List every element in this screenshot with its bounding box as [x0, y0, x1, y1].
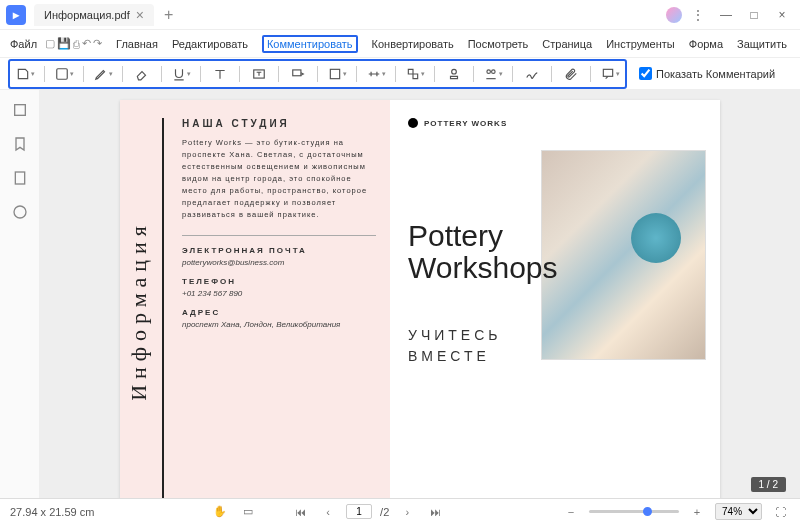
- menu-tab-7[interactable]: Форма: [683, 35, 729, 53]
- tab-close-icon[interactable]: ×: [136, 8, 144, 22]
- doc-studio-heading: НАША СТУДИЯ: [182, 118, 376, 129]
- new-tab-button[interactable]: +: [164, 6, 173, 24]
- brand-logo-icon: [408, 118, 418, 128]
- svg-rect-3: [330, 69, 339, 78]
- send-icon[interactable]: ✈: [795, 33, 800, 55]
- svg-rect-8: [14, 105, 25, 116]
- last-page-icon[interactable]: ⏭: [425, 502, 445, 522]
- zoom-select[interactable]: 74%: [715, 503, 762, 520]
- menu-tab-5[interactable]: Страница: [536, 35, 598, 53]
- doc-phone-label: ТЕЛЕФОН: [182, 277, 376, 286]
- thumbnails-icon[interactable]: [10, 100, 30, 120]
- svg-point-10: [14, 206, 26, 218]
- page-indicator: 1 / 2: [751, 477, 786, 492]
- zoom-in-icon[interactable]: +: [687, 502, 707, 522]
- doc-sub-title: УЧИТЕСЬВМЕСТЕ: [408, 325, 501, 367]
- note-tool-icon[interactable]: ▾: [12, 63, 38, 85]
- underline-tool-icon[interactable]: ▾: [168, 63, 194, 85]
- doc-photo: [541, 150, 706, 360]
- more-icon[interactable]: ⋮: [686, 3, 710, 27]
- comment-manage-icon[interactable]: ▾: [597, 63, 623, 85]
- menu-bar: Файл ▢ 💾 ⎙ ↶ ↷ ГлавнаяРедактироватьКомме…: [0, 30, 800, 58]
- stamp-manage-icon[interactable]: ▾: [480, 63, 506, 85]
- svg-rect-9: [15, 172, 24, 184]
- next-page-icon[interactable]: ›: [397, 502, 417, 522]
- prev-page-icon[interactable]: ‹: [318, 502, 338, 522]
- fit-width-icon[interactable]: ⛶: [770, 502, 790, 522]
- doc-vertical-title: Информация: [126, 220, 152, 401]
- doc-main-title: PotteryWorkshops: [408, 220, 558, 283]
- menu-tab-4[interactable]: Посмотреть: [462, 35, 535, 53]
- doc-email: potteryworks@business.com: [182, 258, 376, 267]
- stamp-tool-icon[interactable]: [441, 63, 467, 85]
- signature-tool-icon[interactable]: [519, 63, 545, 85]
- attachment-tool-icon[interactable]: [558, 63, 584, 85]
- tab-title: Информация.pdf: [44, 9, 130, 21]
- close-button[interactable]: ×: [770, 3, 794, 27]
- show-comment-checkbox[interactable]: [639, 67, 652, 80]
- menu-tab-1[interactable]: Редактировать: [166, 35, 254, 53]
- svg-point-5: [486, 69, 490, 73]
- zoom-slider[interactable]: [589, 510, 679, 513]
- doc-email-label: ЭЛЕКТРОННАЯ ПОЧТА: [182, 246, 376, 255]
- attachments-panel-icon[interactable]: [10, 168, 30, 188]
- file-menu[interactable]: Файл: [4, 36, 43, 52]
- open-icon[interactable]: ▢: [45, 33, 55, 55]
- hand-tool-icon[interactable]: ✋: [210, 502, 230, 522]
- comments-panel-icon[interactable]: [10, 202, 30, 222]
- undo-icon[interactable]: ↶: [82, 33, 91, 55]
- doc-studio-body: Pottery Works — это бутик-студия на прос…: [182, 137, 376, 221]
- svg-point-6: [491, 69, 495, 73]
- status-bar: 27.94 x 21.59 cm ✋ ▭ ⏮ ‹ /2 › ⏭ − + 74% …: [0, 498, 800, 524]
- pdf-page: Информация НАША СТУДИЯ Pottery Works — э…: [120, 100, 720, 498]
- highlight-tool-icon[interactable]: ▾: [51, 63, 77, 85]
- first-page-icon[interactable]: ⏮: [290, 502, 310, 522]
- menu-tab-2[interactable]: Комментировать: [256, 35, 364, 53]
- menu-tab-6[interactable]: Инструменты: [600, 35, 681, 53]
- minimize-button[interactable]: —: [714, 3, 738, 27]
- select-tool-icon[interactable]: ▭: [238, 502, 258, 522]
- comment-toolbar: ▾ ▾ ▾ ▾ ▾ ▾ ▾ ▾ ▾ Показать Комментарий: [0, 58, 800, 90]
- measure-tool-icon[interactable]: ▾: [363, 63, 389, 85]
- redo-icon[interactable]: ↷: [93, 33, 102, 55]
- app-icon: ▸: [6, 5, 26, 25]
- menu-tab-3[interactable]: Конвертировать: [366, 35, 460, 53]
- pencil-tool-icon[interactable]: ▾: [90, 63, 116, 85]
- page-dimensions: 27.94 x 21.59 cm: [10, 506, 94, 518]
- page-total: /2: [380, 506, 389, 518]
- print-icon[interactable]: ⎙: [73, 33, 80, 55]
- document-tab[interactable]: Информация.pdf ×: [34, 4, 154, 26]
- doc-addr-label: АДРЕС: [182, 308, 376, 317]
- doc-addr: проспект Хана, Лондон, Великобритания: [182, 320, 376, 329]
- textbox-tool-icon[interactable]: [246, 63, 272, 85]
- title-bar: ▸ Информация.pdf × + ⋮ — □ ×: [0, 0, 800, 30]
- eraser-tool-icon[interactable]: [129, 63, 155, 85]
- doc-phone: +01 234 567 890: [182, 289, 376, 298]
- theme-icon[interactable]: [666, 7, 682, 23]
- area-tool-icon[interactable]: ▾: [402, 63, 428, 85]
- left-sidebar: [0, 90, 40, 498]
- document-viewport[interactable]: Информация НАША СТУДИЯ Pottery Works — э…: [40, 90, 800, 498]
- menu-tab-0[interactable]: Главная: [110, 35, 164, 53]
- svg-rect-2: [293, 69, 301, 75]
- callout-tool-icon[interactable]: [285, 63, 311, 85]
- menu-tab-8[interactable]: Защитить: [731, 35, 793, 53]
- save-icon[interactable]: 💾: [57, 33, 71, 55]
- svg-point-4: [452, 69, 457, 74]
- text-tool-icon[interactable]: [207, 63, 233, 85]
- svg-rect-0: [56, 68, 67, 79]
- maximize-button[interactable]: □: [742, 3, 766, 27]
- svg-rect-7: [603, 69, 612, 76]
- toolbar-highlight-group: ▾ ▾ ▾ ▾ ▾ ▾ ▾ ▾ ▾: [8, 59, 627, 89]
- bookmarks-icon[interactable]: [10, 134, 30, 154]
- shape-tool-icon[interactable]: ▾: [324, 63, 350, 85]
- doc-brand: POTTERY WORKS: [424, 119, 507, 128]
- page-input[interactable]: [346, 504, 372, 519]
- zoom-out-icon[interactable]: −: [561, 502, 581, 522]
- show-comment-label: Показать Комментарий: [656, 68, 775, 80]
